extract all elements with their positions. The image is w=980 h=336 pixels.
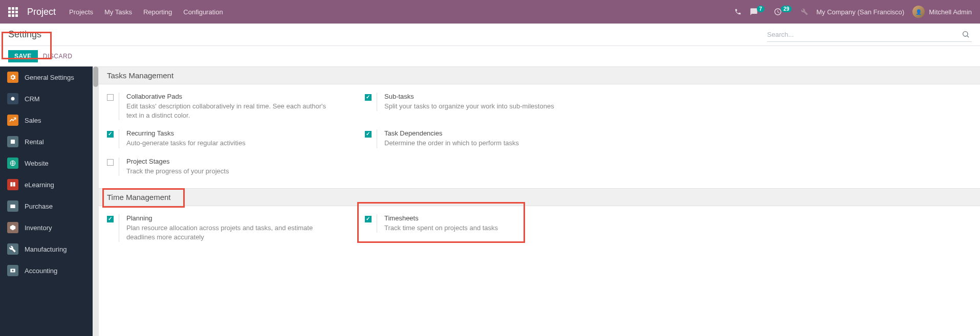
checkbox-sub-tasks[interactable]: [365, 94, 372, 101]
svg-point-2: [11, 97, 15, 101]
search-wrap: [767, 28, 972, 42]
sidebar-item-purchase[interactable]: Purchase: [0, 195, 93, 217]
svg-line-1: [967, 36, 969, 37]
navbar-left: Project Projects My Tasks Reporting Conf…: [8, 7, 223, 17]
svg-rect-5: [10, 205, 15, 208]
annotation-box-timesheets: [357, 202, 525, 243]
sidebar-item-label: Manufacturing: [25, 245, 67, 253]
sidebar-item-elearning[interactable]: eLearning: [0, 174, 93, 195]
svg-point-0: [963, 32, 968, 36]
sidebar-item-inventory[interactable]: Inventory: [0, 217, 93, 238]
settings-sidebar: General Settings CRM Sales Rental Websit…: [0, 66, 93, 336]
cart-icon: [7, 200, 18, 212]
setting-desc: Determine the order in which to perform …: [384, 139, 519, 148]
activities-icon[interactable]: 29: [774, 8, 793, 16]
scrollbar-thumb[interactable]: [93, 66, 98, 87]
main: General Settings CRM Sales Rental Websit…: [0, 66, 980, 336]
apps-icon[interactable]: [8, 7, 18, 17]
nav-menu: Projects My Tasks Reporting Configuratio…: [69, 8, 223, 16]
search-input[interactable]: [767, 28, 960, 41]
setting-desc: Plan resource allocation across projets …: [126, 223, 331, 242]
gear-icon: [7, 72, 18, 83]
nav-configuration[interactable]: Configuration: [183, 8, 223, 16]
money-icon: [7, 265, 18, 276]
globe-icon: [7, 158, 18, 169]
activities-badge: 29: [781, 6, 792, 12]
sidebar-scrollbar[interactable]: [93, 66, 99, 336]
user-name: Mitchell Admin: [929, 8, 972, 16]
setting-title: Project Stages: [126, 158, 229, 165]
setting-title: Sub-tasks: [384, 93, 554, 100]
setting-desc: Edit tasks' description collaboratively …: [126, 102, 331, 120]
sidebar-item-label: Accounting: [25, 267, 57, 275]
sidebar-item-label: General Settings: [25, 74, 74, 81]
chart-icon: [7, 115, 18, 126]
sidebar-item-rental[interactable]: Rental: [0, 131, 93, 152]
messages-icon[interactable]: 7: [750, 8, 766, 16]
sidebar-item-general[interactable]: General Settings: [0, 66, 93, 88]
sidebar-item-crm[interactable]: CRM: [0, 88, 93, 109]
sidebar-item-sales[interactable]: Sales: [0, 109, 93, 131]
sidebar-item-label: eLearning: [25, 181, 54, 189]
setting-recurring-tasks: Recurring Tasks Auto-generate tasks for …: [107, 129, 353, 148]
checkbox-recurring-tasks[interactable]: [107, 131, 114, 138]
box-icon: [7, 222, 18, 233]
setting-title: Recurring Tasks: [126, 129, 246, 137]
setting-task-dependencies: Task Dependencies Determine the order in…: [365, 129, 611, 148]
svg-rect-3: [11, 140, 15, 144]
sidebar-item-label: Sales: [25, 117, 41, 124]
setting-desc: Auto-generate tasks for regular activiti…: [126, 139, 246, 148]
annotation-box-section: [102, 188, 185, 208]
phone-icon[interactable]: [734, 8, 742, 15]
setting-project-stages: Project Stages Track the progress of you…: [107, 158, 353, 176]
setting-desc: Split your tasks to organize your work i…: [384, 102, 554, 111]
setting-title: Planning: [126, 214, 331, 222]
key-icon: [7, 136, 18, 147]
checkbox-collaborative-pads[interactable]: [107, 94, 114, 101]
sidebar-item-label: Inventory: [25, 224, 52, 232]
sidebar-item-label: CRM: [25, 95, 40, 103]
section-tasks-management: Tasks Management: [99, 66, 980, 84]
checkbox-task-dependencies[interactable]: [365, 131, 372, 138]
sidebar-item-label: Purchase: [25, 203, 53, 210]
sidebar-item-accounting[interactable]: Accounting: [0, 260, 93, 281]
checkbox-project-stages[interactable]: [107, 159, 114, 166]
settings-grid-time: Planning Plan resource allocation across…: [99, 206, 980, 254]
top-navbar: Project Projects My Tasks Reporting Conf…: [0, 0, 980, 24]
book-icon: [7, 179, 18, 190]
nav-my-tasks[interactable]: My Tasks: [104, 8, 132, 16]
search-icon[interactable]: [960, 30, 972, 38]
setting-sub-tasks: Sub-tasks Split your tasks to organize y…: [365, 93, 611, 120]
nav-projects[interactable]: Projects: [69, 8, 93, 16]
setting-title: Task Dependencies: [384, 129, 519, 137]
settings-grid-tasks: Collaborative Pads Edit tasks' descripti…: [99, 84, 980, 188]
breadcrumb-row: Settings: [0, 24, 980, 46]
setting-desc: Track the progress of your projects: [126, 167, 229, 176]
sidebar-item-label: Website: [25, 160, 49, 167]
setting-timesheets: Timesheets Track time spent on projects …: [365, 214, 611, 242]
sidebar-item-website[interactable]: Website: [0, 152, 93, 174]
setting-planning: Planning Plan resource allocation across…: [107, 214, 353, 242]
handshake-icon: [7, 93, 18, 104]
sidebar-item-label: Rental: [25, 138, 44, 146]
annotation-box-title: [2, 32, 52, 59]
company-selector[interactable]: My Company (San Francisco): [816, 8, 904, 16]
avatar: 👤: [912, 6, 925, 18]
navbar-right: 7 29 My Company (San Francisco) 👤 Mitche…: [734, 6, 972, 18]
debug-icon[interactable]: [801, 8, 808, 15]
nav-reporting[interactable]: Reporting: [143, 8, 172, 16]
checkbox-planning[interactable]: [107, 216, 114, 222]
setting-collaborative-pads: Collaborative Pads Edit tasks' descripti…: [107, 93, 353, 120]
messages-badge: 7: [757, 6, 765, 12]
user-menu[interactable]: 👤 Mitchell Admin: [912, 6, 972, 18]
setting-title: Collaborative Pads: [126, 93, 331, 100]
wrench-icon: [7, 243, 18, 255]
actions-row: SAVE DISCARD: [0, 46, 980, 66]
section-time-management: Time Management: [99, 188, 980, 206]
sidebar-item-manufacturing[interactable]: Manufacturing: [0, 238, 93, 260]
svg-point-7: [12, 270, 14, 272]
settings-content: Tasks Management Collaborative Pads Edit…: [99, 66, 980, 336]
brand-title[interactable]: Project: [27, 7, 56, 17]
